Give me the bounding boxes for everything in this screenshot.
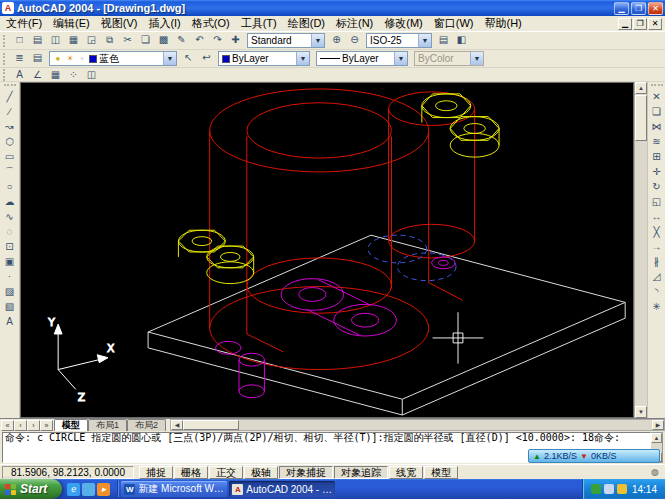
open-file-icon[interactable]: ▤ [29,33,46,48]
match-properties-icon[interactable]: ✎ [173,33,190,48]
copy-icon[interactable]: ❏ [137,33,154,48]
im-tray-icon[interactable] [617,484,627,494]
menu-item-insert[interactable]: 插入(I) [143,16,185,31]
point-icon[interactable]: · [2,270,18,285]
prev-tab-button[interactable]: ‹ [14,420,27,431]
ie-icon[interactable]: e [67,483,80,496]
offset-icon[interactable]: ≋ [649,135,665,150]
construction-line-icon[interactable]: ∕ [2,105,18,120]
save-icon[interactable]: ◫ [47,33,64,48]
antivirus-tray-icon[interactable] [591,484,601,494]
toolbar-grip[interactable] [3,53,8,65]
paste-icon[interactable]: ▩ [155,33,172,48]
undo-icon[interactable]: ↶ [191,33,208,48]
region-icon[interactable]: ▧ [2,300,18,315]
fillet-icon[interactable]: ◝ [649,285,665,300]
show-desktop-icon[interactable] [82,483,95,496]
arc-icon[interactable]: ⌒ [2,165,18,180]
table-style-icon[interactable]: ▦ [47,69,64,81]
last-tab-button[interactable]: » [40,420,53,431]
status-toggle-lwt[interactable]: 线宽 [389,466,423,479]
text-style-combo[interactable]: Standard ▼ [247,33,325,48]
menu-item-draw[interactable]: 绘图(D) [283,16,330,31]
menu-item-tools[interactable]: 工具(T) [236,16,282,31]
zoom-realtime-icon[interactable]: ⊕ [328,33,345,48]
chevron-down-icon[interactable]: ▼ [296,52,309,65]
horizontal-scroll-thumb[interactable] [183,420,239,430]
hatch-icon[interactable]: ▨ [2,285,18,300]
child-restore-button[interactable]: ❐ [633,18,647,30]
menu-item-view[interactable]: 视图(V) [96,16,143,31]
volume-tray-icon[interactable] [604,484,614,494]
publish-icon[interactable]: ⧉ [101,33,118,48]
status-toggle-grid[interactable]: 栅格 [174,466,208,479]
plot-preview-icon[interactable]: ◲ [83,33,100,48]
start-button[interactable]: Start [0,479,62,499]
cut-icon[interactable]: ✂ [119,33,136,48]
dim-style-combo[interactable]: ISO-25 ▼ [366,33,432,48]
status-toggle-model[interactable]: 模型 [424,466,458,479]
vertical-scroll-thumb[interactable] [635,95,647,141]
menu-item-window[interactable]: 窗口(W) [429,16,479,31]
mtext-icon[interactable]: A [2,315,18,330]
chevron-down-icon[interactable]: ▼ [311,34,324,47]
menu-item-file[interactable]: 文件(F) [1,16,47,31]
media-player-icon[interactable]: ▸ [97,483,110,496]
zoom-previous-icon[interactable]: ⊖ [346,33,363,48]
status-toggle-snap[interactable]: 捕捉 [139,466,173,479]
menu-item-format[interactable]: 格式(O) [187,16,235,31]
tab-layout1[interactable]: 布局1 [88,419,127,431]
taskbar-task-autocad[interactable]: AAutoCAD 2004 - [Dra... [229,481,335,497]
named-views-icon[interactable]: ◫ [83,69,100,81]
polygon-icon[interactable]: ⬡ [2,135,18,150]
break-icon[interactable]: ∦ [649,255,665,270]
copy-object-icon[interactable]: ❏ [649,105,665,120]
scroll-left-icon[interactable]: ◀ [171,420,183,430]
drawing-canvas[interactable]: Y X Z [20,82,634,418]
properties-icon[interactable]: ▤ [435,33,452,48]
toolbar-grip[interactable] [4,84,16,88]
layer-previous-icon[interactable]: ↩ [198,51,215,66]
layer-manager-icon[interactable]: ≣ [11,51,28,66]
status-toggle-polar[interactable]: 极轴 [244,466,278,479]
close-button[interactable]: ✕ [648,2,663,15]
chevron-down-icon[interactable]: ▼ [163,52,176,65]
text-style-icon[interactable]: A [11,69,28,81]
color-combo[interactable]: ByLayer ▼ [218,51,310,66]
status-toggle-ortho[interactable]: 正交 [209,466,243,479]
minimize-button[interactable]: ▁ [614,2,629,15]
array-icon[interactable]: ⊞ [649,150,665,165]
scroll-up-icon[interactable]: ▲ [635,82,647,94]
scale-icon[interactable]: ◱ [649,195,665,210]
status-toggle-otrack[interactable]: 对象追踪 [334,466,388,479]
mirror-icon[interactable]: ⋈ [649,120,665,135]
redo-icon[interactable]: ↷ [209,33,226,48]
linetype-combo[interactable]: ByLayer ▼ [316,51,408,66]
point-style-icon[interactable]: ⁘ [65,69,82,81]
stretch-icon[interactable]: ↔ [649,210,665,225]
status-toggle-osnap[interactable]: 对象捕捉 [279,466,333,479]
new-file-icon[interactable]: □ [11,33,28,48]
rotate-icon[interactable]: ↻ [649,180,665,195]
move-icon[interactable]: ✛ [649,165,665,180]
pan-icon[interactable]: ✚ [227,33,244,48]
toolbar-grip[interactable] [3,69,8,81]
menu-item-modify[interactable]: 修改(M) [379,16,428,31]
child-minimize-button[interactable]: ▁ [618,18,632,30]
trim-icon[interactable]: ╳ [649,225,665,240]
polyline-icon[interactable]: ↝ [2,120,18,135]
chamfer-icon[interactable]: ◿ [649,270,665,285]
app-icon[interactable]: A [2,2,14,14]
taskbar-task-word[interactable]: W新建 Microsoft Word ... [121,481,227,497]
first-tab-button[interactable]: « [1,420,14,431]
layer-states-icon[interactable]: ▤ [29,51,46,66]
erase-icon[interactable]: ✕ [649,90,665,105]
revcloud-icon[interactable]: ☁ [2,195,18,210]
communication-center-icon[interactable]: ◍ [647,466,663,479]
maximize-button[interactable]: ❐ [631,2,646,15]
layer-combo[interactable]: ● ☀ ▫ 蓝色 ▼ [49,51,177,66]
line-icon[interactable]: ╱ [2,90,18,105]
circle-icon[interactable]: ○ [2,180,18,195]
chevron-down-icon[interactable]: ▼ [418,34,431,47]
ellipse-icon[interactable]: ◌ [2,225,18,240]
